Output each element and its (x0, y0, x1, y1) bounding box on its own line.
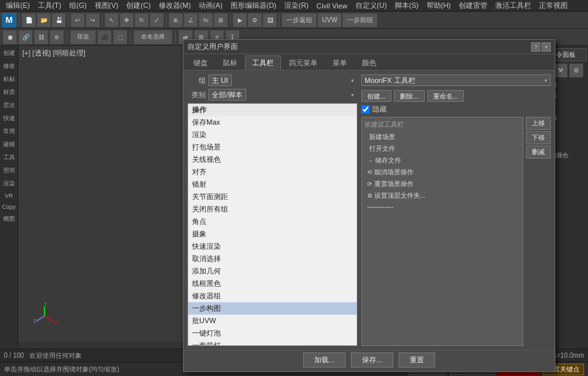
cmd-item[interactable]: 关线视色 (188, 153, 357, 166)
cmd-item[interactable]: 修改器组 (188, 290, 357, 302)
tb2-bind[interactable]: ⊛ (50, 30, 64, 44)
sidebar-paste[interactable]: 粘贴 (1, 73, 17, 86)
cmd-item[interactable]: 保存Max (188, 116, 357, 129)
toolbar-select[interactable]: MoonFX 工具栏 (361, 74, 551, 86)
cmd-item[interactable]: 线框黑色 (188, 277, 357, 290)
show-checkbox[interactable] (361, 105, 370, 114)
menu-help[interactable]: 帮助(H) (423, 1, 454, 10)
cmd-item-selected[interactable]: 一步构图 (188, 302, 357, 315)
sidebar-build[interactable]: 建模 (1, 138, 17, 151)
menu-active-toolbar[interactable]: 激活工具栏 (492, 1, 534, 10)
preview-item-4[interactable]: ⟳ 重置场景操作 (365, 178, 520, 190)
cmd-item[interactable]: 一套筒灯 (188, 339, 357, 346)
menu-custom[interactable]: 自定义(U) (352, 1, 390, 10)
tb-angle-snap[interactable]: ∠ (184, 13, 198, 27)
menu-graph-editor[interactable]: 图形编辑器(D) (227, 1, 280, 10)
sidebar-material[interactable]: 材质 (1, 86, 17, 99)
footer-save-btn[interactable]: 保存... (351, 352, 393, 368)
cmd-item[interactable]: 渲染 (188, 129, 357, 141)
category-select[interactable]: 全部/脚本 (208, 89, 246, 101)
cmd-item[interactable]: 关闭所有组 (188, 203, 357, 215)
menu-modifier[interactable]: 修改器(M) (155, 1, 195, 10)
menu-render[interactable]: 渲染(R) (281, 1, 312, 10)
tb-new[interactable]: 📄 (22, 13, 36, 27)
tb-render-setup[interactable]: ⚙ (248, 13, 262, 27)
tb-percent-snap[interactable]: % (199, 13, 213, 27)
dialog-titlebar[interactable]: 自定义用户界面 ? × (184, 40, 555, 54)
rp-hierarchy[interactable]: ⚙ (569, 63, 583, 78)
uvw-btn[interactable]: UVW (318, 13, 342, 27)
sidebar-hierarchy[interactable]: 层次 (1, 99, 17, 112)
preview-item-2[interactable]: → 储存文件 (365, 155, 520, 166)
dialog-help-btn[interactable]: ? (531, 42, 540, 52)
dialog-close-btn[interactable]: × (542, 42, 551, 52)
tab-keyboard[interactable]: 键盘 (186, 55, 215, 70)
tb2-named-sel[interactable]: 命名选择 (133, 30, 172, 44)
footer-add-btn[interactable]: 加载... (303, 352, 346, 368)
sidebar-vr[interactable]: VR (1, 191, 17, 201)
cmd-item[interactable]: 对齐 (188, 166, 357, 178)
menu-tools[interactable]: 工具(T) (35, 1, 65, 10)
menu-create2[interactable]: 创建雷管 (455, 1, 491, 10)
toolbar-delete-btn[interactable]: 删除... (394, 90, 424, 102)
tb-open[interactable]: 📂 (37, 13, 51, 27)
tb2-unlink[interactable]: ⛓ (34, 30, 48, 44)
cmd-item[interactable]: 一键灯泡 (188, 327, 357, 339)
sidebar-modify[interactable]: 修改 (1, 60, 17, 72)
sidebar-motion[interactable]: 快速 (1, 112, 17, 125)
menu-edit[interactable]: 编辑(E) (3, 1, 33, 10)
menu-create[interactable]: 创建(C) (123, 1, 154, 10)
tab-quads[interactable]: 四元菜单 (282, 55, 325, 70)
tb2-layer[interactable]: ◼ (3, 30, 17, 44)
tb2-filter[interactable]: 筛选 (70, 30, 96, 44)
tab-colors[interactable]: 颜色 (355, 55, 384, 70)
tab-mouse[interactable]: 鼠标 (216, 55, 244, 70)
tb-render-frame[interactable]: 🖼 (263, 13, 277, 27)
menu-animation[interactable]: 动画(A) (195, 1, 226, 10)
cmd-item[interactable]: 镜射 (188, 178, 357, 191)
menu-normal-view[interactable]: 正常视图 (536, 1, 571, 10)
down-btn[interactable]: 下移 (526, 131, 551, 144)
tb2-window[interactable]: ⬚ (113, 30, 127, 44)
menu-civil[interactable]: Civil View (313, 2, 350, 10)
group-select[interactable]: 主 UI (208, 74, 232, 86)
menu-group[interactable]: 组(G) (66, 1, 90, 10)
cmd-item[interactable]: 添加几何 (188, 265, 357, 277)
rp-modify[interactable]: ⚒ (553, 63, 568, 78)
sidebar-overview[interactable]: 概图 (1, 213, 17, 225)
tb-scale[interactable]: ⤢ (150, 13, 164, 27)
cmd-item[interactable]: 取消选择 (188, 253, 357, 265)
up-btn[interactable]: 上移 (526, 117, 551, 130)
app-icon[interactable]: M (1, 12, 17, 28)
sidebar-lights[interactable]: 照明 (1, 164, 17, 177)
tb-save[interactable]: 💾 (52, 13, 66, 27)
cmd-item[interactable]: 关节面测距 (188, 191, 357, 203)
cmd-item[interactable]: 批UVW (188, 315, 357, 327)
command-list[interactable]: 操作 保存Max 渲染 打包场景 关线视色 对齐 镜射 关节面测距 关闭所有组 … (188, 103, 357, 346)
tab-menu[interactable]: 菜单 (325, 55, 354, 70)
menu-script[interactable]: 脚本(S) (391, 1, 422, 10)
tb-select[interactable]: ↖ (105, 13, 119, 27)
menu-view[interactable]: 视图(V) (91, 1, 122, 10)
sidebar-copy[interactable]: Copy (1, 202, 17, 212)
preview-item-3[interactable]: ⟲ 能消场景操作 (365, 166, 520, 178)
tb-redo[interactable]: ↪ (86, 13, 100, 27)
footer-reset-btn[interactable]: 重置 (399, 352, 435, 368)
tb2-link[interactable]: 🔗 (18, 30, 33, 44)
sidebar-tools[interactable]: 工具 (1, 151, 17, 164)
tb-render[interactable]: ▶ (233, 13, 247, 27)
toolbar-rename-btn[interactable]: 重命名... (427, 90, 464, 102)
toolbar-create-btn[interactable]: 创建... (361, 90, 391, 102)
sidebar-common[interactable]: 常用 (1, 125, 17, 138)
sidebar-render[interactable]: 渲染 (1, 178, 17, 190)
tb-spinner-snap[interactable]: ⊞ (214, 13, 228, 27)
tab-toolbar[interactable]: 工具栏 (245, 55, 281, 70)
cmd-item[interactable]: 快速渲染 (188, 240, 357, 253)
tb2-select-all[interactable]: ⬛ (97, 30, 112, 44)
cmd-item[interactable]: 角点 (188, 215, 357, 228)
tb-rotate[interactable]: ↻ (135, 13, 149, 27)
remove-btn[interactable]: 删减 (526, 146, 551, 159)
sidebar-create[interactable]: 创建 (1, 47, 17, 59)
preview-item-5[interactable]: ⚙ 设置顶层文件夹... (365, 190, 520, 202)
tb-undo[interactable]: ↩ (71, 13, 85, 27)
